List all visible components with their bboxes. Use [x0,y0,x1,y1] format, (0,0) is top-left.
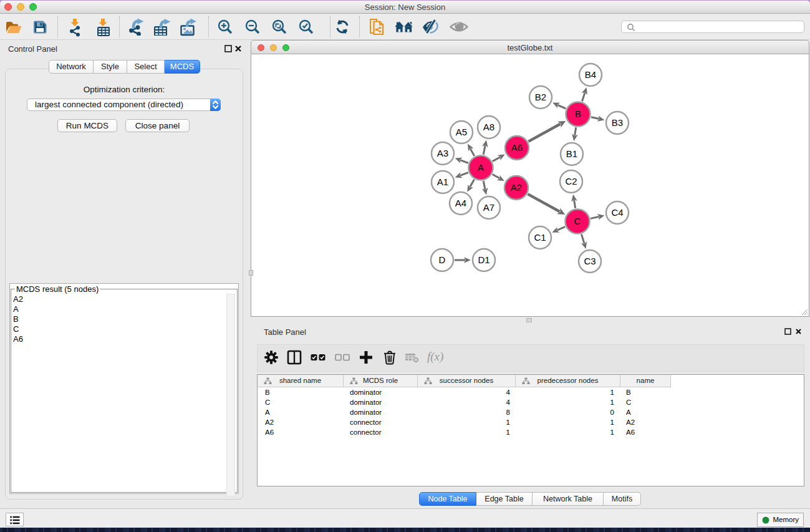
svg-text:A: A [478,162,484,173]
svg-text:A5: A5 [456,127,467,137]
svg-text:B3: B3 [612,117,623,128]
svg-text:A6: A6 [511,142,523,153]
svg-text:B: B [575,109,581,119]
svg-text:A8: A8 [483,122,494,132]
svg-text:D: D [439,254,446,265]
svg-text:A7: A7 [483,202,494,213]
svg-text:C: C [574,216,581,226]
svg-text:C2: C2 [565,176,577,186]
svg-text:C4: C4 [611,207,623,218]
svg-text:B4: B4 [585,69,596,80]
svg-text:D1: D1 [478,254,489,265]
svg-text:C3: C3 [584,256,595,266]
svg-text:B2: B2 [535,92,546,102]
svg-text:C1: C1 [534,232,546,243]
svg-text:A2: A2 [511,182,522,193]
svg-text:B1: B1 [566,148,577,159]
svg-text:A3: A3 [437,148,448,158]
svg-text:A1: A1 [437,177,448,187]
svg-text:A4: A4 [455,198,466,208]
